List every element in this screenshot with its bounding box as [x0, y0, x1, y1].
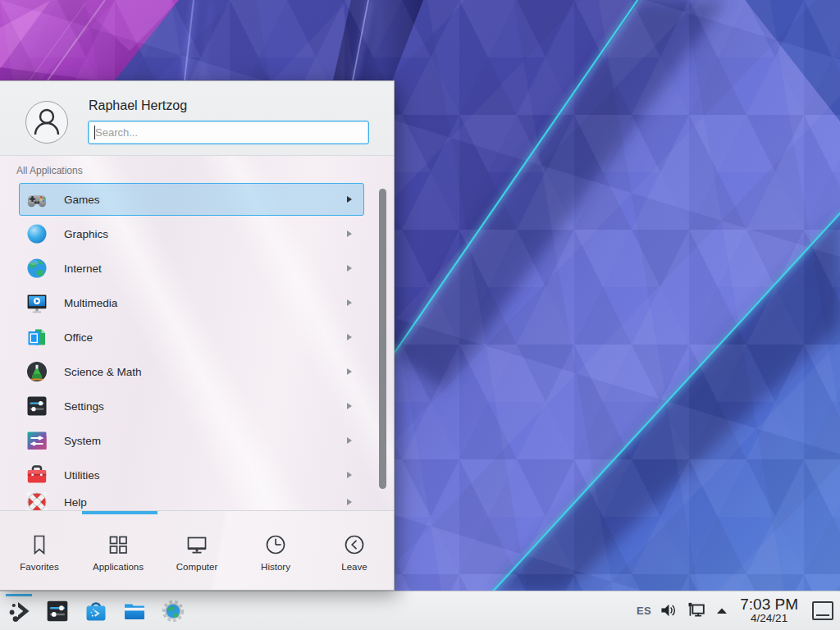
grid-icon	[106, 532, 130, 557]
launcher-header: Raphael Hertzog	[0, 81, 394, 156]
tab-favorites[interactable]: Favorites	[0, 511, 79, 590]
search-input[interactable]	[88, 121, 369, 144]
category-label: Internet	[64, 262, 347, 275]
taskbar-panel: ES 7:03 PM 4/24/21	[0, 591, 840, 630]
sliders-icon	[25, 395, 48, 418]
flask-icon	[25, 360, 48, 383]
category-label: Utilities	[64, 469, 347, 482]
category-office[interactable]: Office	[19, 321, 364, 354]
category-graphics[interactable]: Graphics	[19, 217, 364, 250]
section-label: All Applications	[16, 165, 83, 176]
gamepad-icon	[25, 188, 48, 211]
category-settings[interactable]: Settings	[19, 390, 364, 422]
category-label: Settings	[64, 400, 347, 413]
system-tray: ES 7:03 PM 4/24/21	[637, 596, 840, 624]
category-help[interactable]: Help	[19, 486, 364, 510]
app-launcher-button[interactable]	[2, 592, 35, 630]
lifebuoy-icon	[25, 491, 48, 510]
gear-globe-icon	[161, 599, 185, 623]
system-settings-button[interactable]	[41, 592, 74, 630]
clock-date: 4/24/21	[740, 613, 798, 624]
category-label: Multimedia	[64, 297, 347, 309]
expand-tray-caret-icon[interactable]	[714, 605, 729, 616]
globe-icon	[25, 257, 48, 280]
application-launcher-popup: Raphael Hertzog All Applications	[0, 80, 395, 591]
monitor-icon	[185, 532, 209, 557]
digital-clock[interactable]: 7:03 PM 4/24/21	[740, 596, 798, 624]
active-tab-indicator	[82, 511, 158, 514]
user-icon	[26, 102, 67, 143]
submenu-arrow-icon	[347, 299, 352, 306]
tab-leave[interactable]: Leave	[315, 511, 394, 590]
category-label: Help	[64, 496, 347, 509]
tab-history[interactable]: History	[236, 511, 315, 590]
submenu-arrow-icon	[347, 265, 352, 272]
system-settings-icon	[45, 599, 70, 623]
leave-circle-icon	[342, 532, 367, 557]
system-sliders-icon	[25, 429, 48, 452]
submenu-arrow-icon	[347, 403, 352, 409]
category-system[interactable]: System	[19, 424, 364, 457]
bookmark-icon	[27, 532, 52, 557]
scrollbar[interactable]	[379, 189, 386, 489]
user-avatar[interactable]	[25, 101, 68, 144]
category-label: Graphics	[64, 228, 347, 240]
category-internet[interactable]: Internet	[19, 252, 364, 285]
tab-applications[interactable]: Applications	[79, 511, 158, 590]
monitor-play-icon	[25, 291, 48, 314]
submenu-arrow-icon	[347, 437, 352, 444]
tab-label: History	[261, 562, 290, 572]
kde-launcher-icon	[7, 599, 31, 623]
category-label: System	[64, 435, 347, 447]
category-games[interactable]: Games	[19, 183, 364, 216]
category-label: Games	[64, 194, 347, 206]
discover-bag-icon	[84, 599, 108, 623]
text-cursor	[94, 126, 95, 139]
documents-icon	[25, 326, 48, 349]
tab-computer[interactable]: Computer	[158, 511, 236, 590]
tab-label: Applications	[93, 562, 144, 572]
submenu-arrow-icon	[347, 196, 352, 203]
tab-label: Leave	[341, 562, 367, 572]
discover-button[interactable]	[80, 592, 112, 630]
clock-time: 7:03 PM	[740, 596, 798, 613]
sphere-icon	[25, 222, 48, 245]
category-label: Science & Math	[64, 366, 347, 378]
submenu-arrow-icon	[347, 231, 352, 237]
submenu-arrow-icon	[347, 334, 352, 340]
submenu-arrow-icon	[347, 499, 352, 505]
web-browser-button[interactable]	[157, 592, 189, 630]
desktop: Raphael Hertzog All Applications	[0, 0, 840, 630]
submenu-arrow-icon	[347, 368, 352, 375]
search-box	[88, 121, 369, 144]
launcher-tab-bar: Favorites Applications	[0, 510, 394, 590]
volume-icon[interactable]	[659, 600, 678, 620]
submenu-arrow-icon	[347, 472, 352, 478]
category-science-math[interactable]: Science & Math	[19, 355, 364, 388]
toolbox-icon	[25, 463, 48, 486]
category-multimedia[interactable]: Multimedia	[19, 286, 364, 319]
user-name: Raphael Hertzog	[89, 98, 187, 113]
tab-label: Computer	[176, 562, 218, 572]
category-label: Office	[64, 331, 347, 344]
show-desktop-button[interactable]	[812, 601, 833, 620]
keyboard-layout-indicator[interactable]: ES	[637, 605, 651, 617]
clock-icon	[263, 532, 288, 557]
folder-icon	[122, 599, 147, 623]
wired-network-icon[interactable]	[686, 600, 707, 621]
application-category-list: All Applications	[0, 156, 394, 510]
tab-label: Favorites	[20, 562, 58, 572]
file-manager-button[interactable]	[118, 592, 151, 630]
